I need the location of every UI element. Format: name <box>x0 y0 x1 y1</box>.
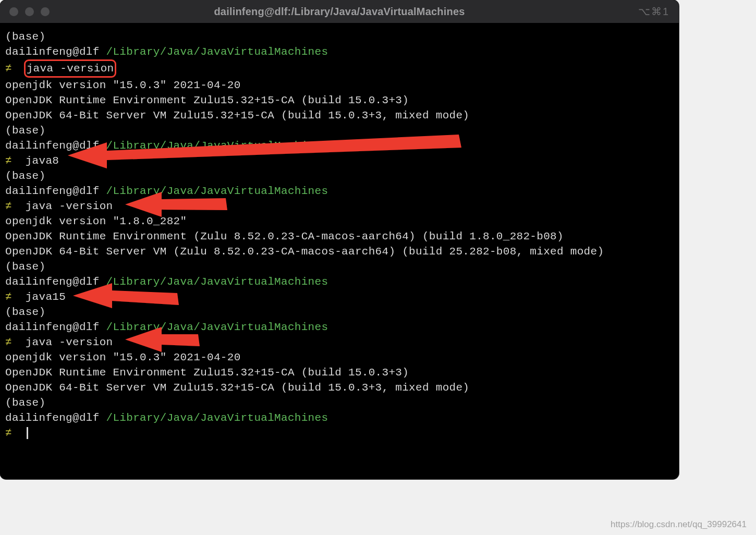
command-line: ≠ java15 <box>5 289 674 305</box>
prompt-line: dailinfeng@dlf /Library/Java/JavaVirtual… <box>5 410 674 425</box>
prompt-line: dailinfeng@dlf /Library/Java/JavaVirtual… <box>5 274 674 289</box>
output-line: OpenJDK Runtime Environment Zulu15.32+15… <box>5 93 674 108</box>
output-line: openjdk version "15.0.3" 2021-04-20 <box>5 350 674 365</box>
command-line: ≠ java -version <box>5 199 674 214</box>
window-title: dailinfeng@dlf:/Library/Java/JavaVirtual… <box>214 6 465 18</box>
maximize-button[interactable] <box>41 7 50 16</box>
command-line: ≠ java -version <box>5 59 674 78</box>
output-line: OpenJDK 64-Bit Server VM Zulu15.32+15-CA… <box>5 108 674 123</box>
highlight-box: java -version <box>24 59 117 78</box>
output-line: (base) <box>5 29 674 44</box>
output-line: openjdk version "1.8.0_282" <box>5 214 674 229</box>
window-shortcut: ⌥⌘1 <box>638 5 669 18</box>
cursor <box>27 427 28 439</box>
command-line: ≠ java8 <box>5 153 674 168</box>
prompt-line: dailinfeng@dlf /Library/Java/JavaVirtual… <box>5 138 674 153</box>
output-line: OpenJDK 64-Bit Server VM (Zulu 8.52.0.23… <box>5 244 674 259</box>
watermark: https://blog.csdn.net/qq_39992641 <box>611 519 747 530</box>
command-line: ≠ <box>5 425 674 441</box>
close-button[interactable] <box>9 7 18 16</box>
prompt-line: dailinfeng@dlf /Library/Java/JavaVirtual… <box>5 44 674 59</box>
output-line: (base) <box>5 168 674 184</box>
command-line: ≠ java -version <box>5 335 674 350</box>
output-line: (base) <box>5 123 674 138</box>
output-line: (base) <box>5 305 674 320</box>
output-line: openjdk version "15.0.3" 2021-04-20 <box>5 78 674 93</box>
terminal-content[interactable]: (base) dailinfeng@dlf /Library/Java/Java… <box>0 23 679 447</box>
traffic-lights <box>9 7 50 16</box>
terminal-window[interactable]: dailinfeng@dlf:/Library/Java/JavaVirtual… <box>0 0 679 479</box>
output-line: (base) <box>5 395 674 410</box>
output-line: OpenJDK Runtime Environment Zulu15.32+15… <box>5 365 674 380</box>
prompt-line: dailinfeng@dlf /Library/Java/JavaVirtual… <box>5 184 674 199</box>
output-line: (base) <box>5 259 674 274</box>
minimize-button[interactable] <box>25 7 34 16</box>
prompt-line: dailinfeng@dlf /Library/Java/JavaVirtual… <box>5 320 674 335</box>
output-line: OpenJDK Runtime Environment (Zulu 8.52.0… <box>5 229 674 244</box>
titlebar: dailinfeng@dlf:/Library/Java/JavaVirtual… <box>0 0 679 23</box>
output-line: OpenJDK 64-Bit Server VM Zulu15.32+15-CA… <box>5 380 674 395</box>
